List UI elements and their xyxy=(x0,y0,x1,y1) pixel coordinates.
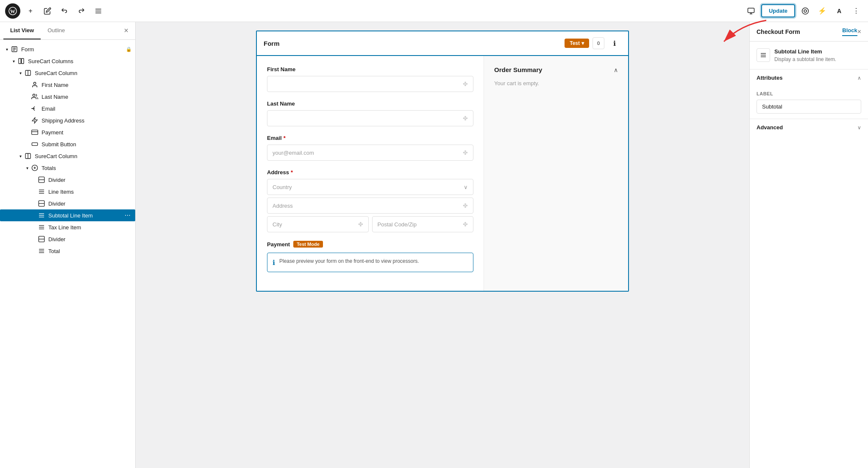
tree-label-line-items: Line Items xyxy=(48,189,132,195)
canvas-area: Form Test ▾ 0 ℹ First Name xyxy=(136,22,749,468)
svg-rect-15 xyxy=(19,58,21,64)
tree-item-surecart-column-2[interactable]: ▾ SureCart Column xyxy=(0,150,135,162)
payment-notice-icon: ℹ xyxy=(273,259,275,267)
svg-marker-21 xyxy=(32,117,37,123)
right-sidebar-tabs: Block xyxy=(842,27,857,36)
tab-block[interactable]: Block xyxy=(842,27,857,36)
more-options-button[interactable]: ⋮ xyxy=(849,4,863,18)
tree-item-subtotal-line-item[interactable]: ▾ Subtotal Line Item ⋯ xyxy=(0,209,135,221)
payment-notice-text: Please preview your form on the front-en… xyxy=(279,258,419,264)
tree-label-divider-3: Divider xyxy=(48,236,132,242)
right-sidebar-close-button[interactable]: × xyxy=(857,28,861,36)
field-group-address: Address * Country ∨ Address ✤ xyxy=(267,169,473,232)
test-mode-badge: Test Mode xyxy=(293,241,323,248)
field-select-country[interactable]: Country ∨ xyxy=(267,179,473,195)
tree-item-payment[interactable]: ▾ Payment xyxy=(0,126,135,138)
tree-item-divider-3[interactable]: ▾ Divider xyxy=(0,233,135,245)
toggle-surecart-column-2[interactable]: ▾ xyxy=(17,153,24,159)
redo-button[interactable] xyxy=(75,4,88,18)
advanced-section-header[interactable]: Advanced ∨ xyxy=(757,124,861,131)
field-input-first-name[interactable]: ✤ xyxy=(267,76,473,92)
form-body: First Name ✤ Last Name ✤ xyxy=(257,56,628,291)
sidebar-tree: ▾ Form 🔒 ▾ SureCart Columns ▾ xyxy=(0,40,135,468)
icon-payment xyxy=(31,128,39,136)
field-input-city[interactable]: City ✤ xyxy=(267,216,369,232)
tree-label-email: Email xyxy=(42,106,132,112)
attributes-toggle-icon: ∧ xyxy=(857,75,861,81)
add-button[interactable]: + xyxy=(24,4,37,18)
tree-item-form[interactable]: ▾ Form 🔒 xyxy=(0,43,135,55)
bolt-button[interactable]: ⚡ xyxy=(815,4,829,18)
tree-item-last-name[interactable]: ▾ Last Name xyxy=(0,91,135,103)
tree-item-shipping-address[interactable]: ▾ Shipping Address xyxy=(0,114,135,126)
field-input-last-name[interactable]: ✤ xyxy=(267,110,473,126)
tree-label-payment: Payment xyxy=(42,129,132,136)
preview-button[interactable] xyxy=(744,4,758,18)
field-label-email: Email * xyxy=(267,135,473,141)
tree-label-totals: Totals xyxy=(42,165,132,171)
svg-text:W: W xyxy=(10,8,15,14)
tree-item-total[interactable]: ▾ Total xyxy=(0,245,135,257)
tree-label-surecart-columns: SureCart Columns xyxy=(28,58,132,64)
more-button-subtotal[interactable]: ⋯ xyxy=(123,211,132,220)
styles-button[interactable] xyxy=(798,4,812,18)
tree-item-line-items[interactable]: ▾ Line Items xyxy=(0,186,135,198)
order-summary-header: Order Summary ∧ xyxy=(494,66,618,73)
a-button[interactable]: A xyxy=(832,4,846,18)
form-comment-button[interactable]: 0 xyxy=(593,37,604,49)
test-badge-chevron: ▾ xyxy=(581,40,584,46)
label-field-input[interactable] xyxy=(757,100,861,114)
panel-section-attributes-header[interactable]: Attributes ∧ xyxy=(750,70,868,86)
svg-rect-22 xyxy=(32,130,38,135)
sidebar-close-button[interactable]: × xyxy=(120,22,132,39)
label-field-title: LABEL xyxy=(757,91,861,96)
toggle-surecart-columns[interactable]: ▾ xyxy=(10,58,17,64)
tree-item-first-name[interactable]: ▾ First Name xyxy=(0,79,135,91)
attributes-title: Attributes xyxy=(757,75,782,81)
form-info-button[interactable]: ℹ xyxy=(608,36,621,50)
payment-notice: ℹ Please preview your form on the front-… xyxy=(267,253,473,272)
drag-icon-city: ✤ xyxy=(358,221,363,228)
tree-item-tax-line-item[interactable]: ▾ Tax Line Item xyxy=(0,221,135,233)
tree-item-surecart-columns[interactable]: ▾ SureCart Columns xyxy=(0,55,135,67)
right-sidebar-header: Checkout Form Block × xyxy=(750,22,868,42)
tab-list-view[interactable]: List View xyxy=(3,22,41,39)
svg-point-9 xyxy=(804,10,807,12)
wp-logo[interactable]: W xyxy=(5,3,20,19)
tree-item-divider-2[interactable]: ▾ Divider xyxy=(0,198,135,209)
list-view-button[interactable] xyxy=(92,4,105,18)
drag-icon-postal: ✤ xyxy=(463,221,468,228)
country-chevron-icon: ∨ xyxy=(464,184,468,190)
undo-button[interactable] xyxy=(58,4,71,18)
advanced-title: Advanced xyxy=(757,124,783,131)
toggle-form[interactable]: ▾ xyxy=(3,46,10,53)
tree-item-totals[interactable]: ▾ Totals xyxy=(0,162,135,174)
tree-label-surecart-column-1: SureCart Column xyxy=(35,70,132,76)
block-info-icon xyxy=(757,48,770,62)
field-input-email[interactable]: your@email.com ✤ xyxy=(267,145,473,161)
block-desc: Display a subtotal line item. xyxy=(774,56,836,62)
toggle-totals[interactable]: ▾ xyxy=(24,164,31,171)
edit-button[interactable] xyxy=(41,4,54,18)
tree-item-divider-1[interactable]: ▾ Divider xyxy=(0,174,135,186)
panel-section-attributes-body: LABEL xyxy=(750,86,868,119)
icon-surecart-column-2 xyxy=(24,152,32,160)
tab-outline[interactable]: Outline xyxy=(41,22,72,39)
field-input-address[interactable]: Address ✤ xyxy=(267,198,473,214)
icon-tax-line-item xyxy=(37,223,46,231)
test-badge[interactable]: Test ▾ xyxy=(565,39,589,48)
order-summary-toggle-icon[interactable]: ∧ xyxy=(614,67,618,73)
drag-icon-last-name: ✤ xyxy=(463,115,468,122)
update-button[interactable]: Update xyxy=(761,4,795,17)
field-input-postal[interactable]: Postal Code/Zip ✤ xyxy=(372,216,474,232)
tree-item-submit-button[interactable]: ▾ Submit Button xyxy=(0,138,135,150)
icon-email xyxy=(31,104,39,113)
drag-icon-address: ✤ xyxy=(463,202,468,209)
tree-item-email[interactable]: ▾ Email xyxy=(0,103,135,114)
tree-label-subtotal-line-item: Subtotal Line Item xyxy=(48,212,123,219)
tree-label-surecart-column-2: SureCart Column xyxy=(35,153,132,159)
toggle-surecart-column-1[interactable]: ▾ xyxy=(17,70,24,76)
tree-label-first-name: First Name xyxy=(42,82,132,88)
tree-item-surecart-column-1[interactable]: ▾ SureCart Column xyxy=(0,67,135,79)
icon-line-items xyxy=(37,187,46,196)
